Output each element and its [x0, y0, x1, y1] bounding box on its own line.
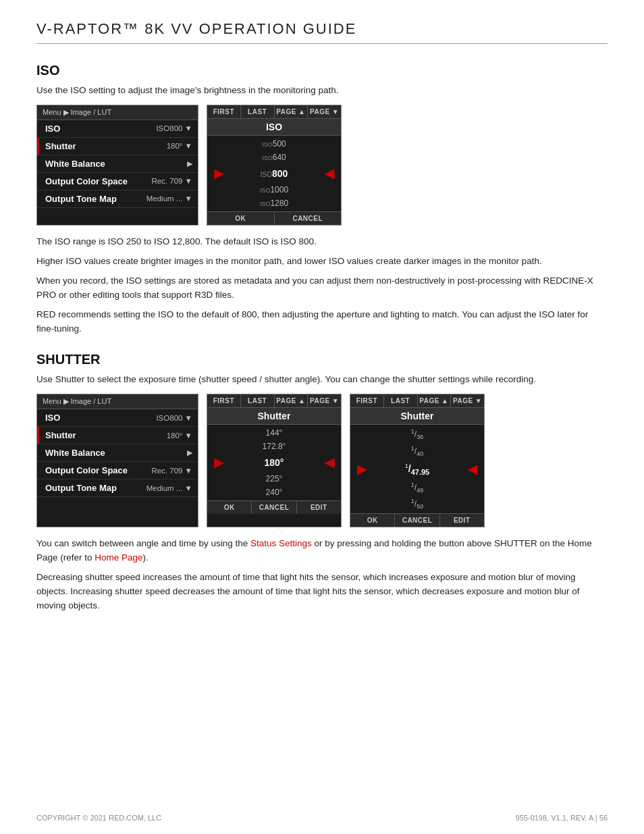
iso-para1: The ISO range is ISO 250 to ISO 12,800. …: [36, 235, 608, 249]
shutter-time-footer: OK CANCEL EDIT: [350, 513, 484, 527]
footer-copyright: COPYRIGHT © 2021 RED.COM, LLC: [36, 814, 161, 822]
shutter-time-right-arrow: ◀: [468, 463, 477, 475]
page-footer: COPYRIGHT © 2021 RED.COM, LLC 955-0198, …: [36, 814, 608, 822]
shutter-angle-title: Shutter: [207, 408, 341, 425]
iso-para4: RED recommends setting the ISO to the de…: [36, 308, 608, 336]
home-page-link[interactable]: Home Page: [95, 552, 142, 563]
shutter-menu-panel-header: Menu ▶ Image / LUT: [37, 394, 198, 409]
shutter-angle-nav-last[interactable]: LAST: [241, 394, 275, 407]
shutter-heading: SHUTTER: [36, 352, 608, 367]
menu-row-iso: ISO ISO800 ▼: [37, 120, 198, 138]
shutter-time-items: 1/36 1/40 ▶ 1/47.95 ◀: [350, 425, 484, 513]
shutter-time-nav-last[interactable]: LAST: [384, 394, 418, 407]
iso-item-800[interactable]: ▶ ISO800 ◀: [207, 164, 341, 183]
iso-selector-panel: FIRST LAST PAGE ▲ PAGE ▼ ISO ISO500 ISO6…: [207, 105, 342, 226]
shutter-menu-row-shutter: Shutter 180° ▼: [37, 427, 198, 444]
shutter-time-150[interactable]: 1/50: [350, 496, 484, 512]
iso-menu-panel: Menu ▶ Image / LUT ISO ISO800 ▼ Shutter …: [36, 105, 198, 226]
shutter-angle-nav: FIRST LAST PAGE ▲ PAGE ▼: [207, 394, 341, 408]
shutter-time-nav-page-down[interactable]: PAGE ▼: [451, 394, 484, 407]
iso-right-arrow: ◀: [325, 167, 334, 180]
menu-row-wb: White Balance ▶: [37, 155, 198, 173]
shutter-time-cancel-btn[interactable]: CANCEL: [395, 514, 439, 527]
shutter-angle-180[interactable]: ▶ 180° ◀: [207, 453, 341, 472]
shutter-menu-panel: Menu ▶ Image / LUT ISO ISO800 ▼ Shutter …: [36, 394, 198, 527]
iso-nav-last[interactable]: LAST: [241, 105, 275, 118]
iso-selected-value: ISO800: [223, 168, 325, 179]
shutter-time-140[interactable]: 1/40: [350, 443, 484, 459]
iso-selector-footer: OK CANCEL: [207, 211, 341, 225]
shutter-time-ok-btn[interactable]: OK: [350, 514, 395, 527]
iso-screenshots-row: Menu ▶ Image / LUT ISO ISO800 ▼ Shutter …: [36, 105, 608, 226]
shutter-time-title: Shutter: [350, 408, 484, 425]
iso-selector-items: ISO500 ISO640 ▶ ISO800 ◀: [207, 136, 341, 211]
iso-nav-page-up[interactable]: PAGE ▲: [275, 105, 308, 118]
shutter-para2: Decreasing shutter speed increases the a…: [36, 571, 608, 613]
shutter-angle-right-arrow: ◀: [325, 457, 334, 469]
iso-nav-first[interactable]: FIRST: [207, 105, 241, 118]
shutter-menu-row-otm: Output Tone Map Medium ... ▼: [37, 479, 198, 497]
shutter-time-nav: FIRST LAST PAGE ▲ PAGE ▼: [350, 394, 484, 408]
menu-row-shutter: Shutter 180° ▼: [37, 138, 198, 155]
iso-para2: Higher ISO values create brighter images…: [36, 255, 608, 269]
iso-item-500[interactable]: ISO500: [207, 137, 341, 151]
iso-nav-page-down[interactable]: PAGE ▼: [308, 105, 341, 118]
shutter-angle-nav-first[interactable]: FIRST: [207, 394, 241, 407]
shutter-time-selected-value: 1/47.95: [367, 463, 468, 475]
shutter-intro: Use Shutter to select the exposure time …: [36, 373, 608, 387]
shutter-section: SHUTTER Use Shutter to select the exposu…: [36, 352, 608, 613]
shutter-time-panel: FIRST LAST PAGE ▲ PAGE ▼ Shutter 1/36 1/…: [350, 394, 485, 527]
shutter-angle-footer: OK CANCEL EDIT: [207, 500, 341, 514]
iso-item-1000[interactable]: ISO1000: [207, 183, 341, 197]
iso-item-640[interactable]: ISO640: [207, 151, 341, 164]
shutter-time-nav-first[interactable]: FIRST: [350, 394, 384, 407]
iso-selector-title: ISO: [207, 119, 341, 136]
shutter-angle-items: 144° 172.8° ▶ 180° ◀ 225° 240°: [207, 425, 341, 500]
shutter-angle-edit-btn[interactable]: EDIT: [297, 501, 341, 514]
shutter-menu-row-wb: White Balance ▶: [37, 444, 198, 462]
shutter-angle-225[interactable]: 225°: [207, 472, 341, 486]
shutter-angle-panel: FIRST LAST PAGE ▲ PAGE ▼ Shutter 144° 17…: [207, 394, 342, 527]
shutter-angle-1728[interactable]: 172.8°: [207, 440, 341, 453]
shutter-angle-nav-page-down[interactable]: PAGE ▼: [308, 394, 341, 407]
menu-row-ocs: Output Color Space Rec. 709 ▼: [37, 173, 198, 190]
shutter-angle-144[interactable]: 144°: [207, 426, 341, 440]
page-title: V-RAPTOR™ 8K VV OPERATION GUIDE: [36, 20, 608, 38]
shutter-time-148[interactable]: 1/48: [350, 479, 484, 496]
shutter-time-edit-btn[interactable]: EDIT: [440, 514, 484, 527]
shutter-angle-nav-page-up[interactable]: PAGE ▲: [275, 394, 308, 407]
iso-intro: Use the ISO setting to adjust the image'…: [36, 84, 608, 98]
footer-revision: 955-0198, V1.1, REV. A | 56: [516, 814, 608, 822]
shutter-menu-row-ocs: Output Color Space Rec. 709 ▼: [37, 462, 198, 479]
shutter-angle-240[interactable]: 240°: [207, 486, 341, 499]
page-header: V-RAPTOR™ 8K VV OPERATION GUIDE: [36, 20, 608, 44]
iso-item-1280[interactable]: ISO1280: [207, 197, 341, 210]
iso-para3: When you record, the ISO settings are st…: [36, 274, 608, 303]
menu-row-otm: Output Tone Map Medium ... ▼: [37, 190, 198, 208]
shutter-angle-selected-value: 180°: [223, 457, 325, 468]
iso-left-arrow: ▶: [214, 167, 223, 180]
shutter-angle-cancel-btn[interactable]: CANCEL: [252, 501, 296, 514]
shutter-time-136[interactable]: 1/36: [350, 426, 484, 442]
shutter-para1: You can switch between angle and time by…: [36, 537, 608, 565]
iso-cancel-btn[interactable]: CANCEL: [275, 212, 342, 225]
shutter-time-left-arrow: ▶: [357, 463, 367, 475]
shutter-time-14795[interactable]: ▶ 1/47.95 ◀: [350, 459, 484, 479]
status-settings-link[interactable]: Status Settings: [250, 538, 312, 548]
shutter-menu-row-iso: ISO ISO800 ▼: [37, 409, 198, 427]
iso-heading: ISO: [36, 63, 608, 78]
shutter-angle-ok-btn[interactable]: OK: [207, 501, 252, 514]
shutter-time-nav-page-up[interactable]: PAGE ▲: [418, 394, 452, 407]
menu-panel-header: Menu ▶ Image / LUT: [37, 105, 198, 120]
shutter-screenshots-row: Menu ▶ Image / LUT ISO ISO800 ▼ Shutter …: [36, 394, 608, 527]
iso-ok-btn[interactable]: OK: [207, 212, 275, 225]
shutter-angle-left-arrow: ▶: [214, 457, 223, 469]
iso-section: ISO Use the ISO setting to adjust the im…: [36, 63, 608, 336]
iso-selector-nav: FIRST LAST PAGE ▲ PAGE ▼: [207, 105, 341, 119]
